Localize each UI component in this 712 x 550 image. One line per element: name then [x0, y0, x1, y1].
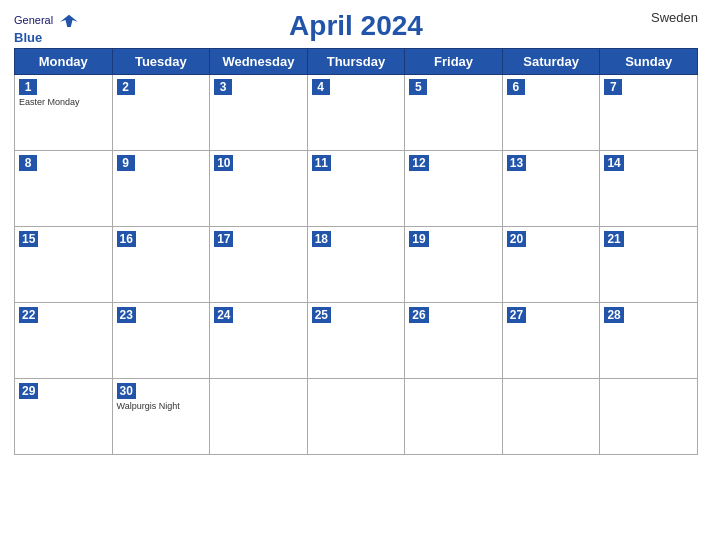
day-cell: 21 — [600, 227, 698, 303]
day-cell: 22 — [15, 303, 113, 379]
day-cell: 11 — [307, 151, 405, 227]
week-row-2: 891011121314 — [15, 151, 698, 227]
logo-general: General — [14, 10, 78, 28]
day-number: 14 — [604, 155, 623, 171]
country-label: Sweden — [651, 10, 698, 25]
day-number: 3 — [214, 79, 232, 95]
header-monday: Monday — [15, 49, 113, 75]
day-cell: 18 — [307, 227, 405, 303]
calendar-title: April 2024 — [289, 10, 423, 42]
day-cell — [502, 379, 600, 455]
day-cell: 13 — [502, 151, 600, 227]
day-cell: 9 — [112, 151, 210, 227]
day-number: 1 — [19, 79, 37, 95]
day-cell — [307, 379, 405, 455]
day-cell: 4 — [307, 75, 405, 151]
day-number: 13 — [507, 155, 526, 171]
day-number: 18 — [312, 231, 331, 247]
day-cell: 19 — [405, 227, 503, 303]
day-cell: 6 — [502, 75, 600, 151]
day-cell: 10 — [210, 151, 308, 227]
day-number: 11 — [312, 155, 331, 171]
day-cell: 17 — [210, 227, 308, 303]
header-tuesday: Tuesday — [112, 49, 210, 75]
day-number: 24 — [214, 307, 233, 323]
day-number: 7 — [604, 79, 622, 95]
day-number: 2 — [117, 79, 135, 95]
day-number: 10 — [214, 155, 233, 171]
day-number: 16 — [117, 231, 136, 247]
header-sunday: Sunday — [600, 49, 698, 75]
day-cell: 24 — [210, 303, 308, 379]
day-cell: 28 — [600, 303, 698, 379]
week-row-4: 22232425262728 — [15, 303, 698, 379]
day-cell — [405, 379, 503, 455]
day-cell: 14 — [600, 151, 698, 227]
week-row-5: 2930Walpurgis Night — [15, 379, 698, 455]
day-number: 25 — [312, 307, 331, 323]
header-wednesday: Wednesday — [210, 49, 308, 75]
day-number: 5 — [409, 79, 427, 95]
day-number: 27 — [507, 307, 526, 323]
day-number: 21 — [604, 231, 623, 247]
header: General Blue April 2024 Sweden — [14, 10, 698, 42]
week-row-1: 1Easter Monday234567 — [15, 75, 698, 151]
day-number: 8 — [19, 155, 37, 171]
day-number: 28 — [604, 307, 623, 323]
week-row-3: 15161718192021 — [15, 227, 698, 303]
holiday-label: Walpurgis Night — [117, 401, 206, 413]
day-number: 9 — [117, 155, 135, 171]
day-number: 20 — [507, 231, 526, 247]
day-cell: 8 — [15, 151, 113, 227]
day-cell: 25 — [307, 303, 405, 379]
day-cell: 2 — [112, 75, 210, 151]
day-cell: 15 — [15, 227, 113, 303]
calendar-table: Monday Tuesday Wednesday Thursday Friday… — [14, 48, 698, 455]
header-friday: Friday — [405, 49, 503, 75]
day-number: 30 — [117, 383, 136, 399]
day-number: 12 — [409, 155, 428, 171]
header-thursday: Thursday — [307, 49, 405, 75]
day-cell: 29 — [15, 379, 113, 455]
day-number: 29 — [19, 383, 38, 399]
day-number: 17 — [214, 231, 233, 247]
calendar-page: General Blue April 2024 Sweden Monday Tu… — [0, 0, 712, 550]
day-cell — [600, 379, 698, 455]
day-number: 6 — [507, 79, 525, 95]
day-cell: 1Easter Monday — [15, 75, 113, 151]
day-cell: 12 — [405, 151, 503, 227]
holiday-label: Easter Monday — [19, 97, 108, 109]
day-number: 19 — [409, 231, 428, 247]
day-number: 4 — [312, 79, 330, 95]
svg-marker-0 — [60, 15, 78, 27]
day-number: 15 — [19, 231, 38, 247]
day-number: 23 — [117, 307, 136, 323]
day-cell: 23 — [112, 303, 210, 379]
day-cell: 30Walpurgis Night — [112, 379, 210, 455]
day-cell: 7 — [600, 75, 698, 151]
day-cell: 20 — [502, 227, 600, 303]
day-cell — [210, 379, 308, 455]
logo-bird-icon — [60, 13, 78, 27]
day-cell: 5 — [405, 75, 503, 151]
logo: General Blue — [14, 10, 78, 46]
day-cell: 3 — [210, 75, 308, 151]
day-number: 26 — [409, 307, 428, 323]
weekday-header-row: Monday Tuesday Wednesday Thursday Friday… — [15, 49, 698, 75]
header-saturday: Saturday — [502, 49, 600, 75]
day-number: 22 — [19, 307, 38, 323]
logo-blue: Blue — [14, 28, 42, 46]
day-cell: 27 — [502, 303, 600, 379]
day-cell: 26 — [405, 303, 503, 379]
day-cell: 16 — [112, 227, 210, 303]
